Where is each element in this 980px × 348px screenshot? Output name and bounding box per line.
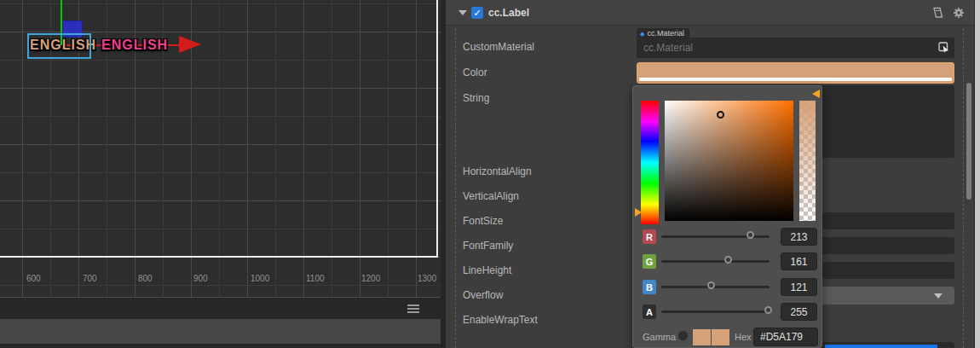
prop-label-line-height: LineHeight [463, 264, 511, 276]
ruler-tick: 1300 [418, 274, 436, 283]
a-slider-thumb[interactable] [764, 306, 772, 314]
settings-gear-icon[interactable] [953, 7, 965, 22]
color-field[interactable] [637, 62, 954, 84]
channel-row-b: B 121 [633, 280, 823, 298]
ruler-tick: 600 [26, 274, 41, 283]
sv-marker-icon[interactable] [717, 111, 724, 119]
scene-bottom-toolbar [0, 297, 441, 318]
ruler-tick: 1000 [251, 274, 269, 283]
selection-outline [27, 33, 91, 59]
ruler-tick: 1100 [306, 274, 325, 283]
custom-material-field[interactable]: cc.Material [637, 38, 954, 58]
scene-status-bar [0, 319, 441, 344]
b-value-box[interactable]: 121 [781, 278, 817, 296]
r-slider[interactable] [661, 235, 770, 238]
prop-label-vertical-align: VerticalAlign [463, 190, 519, 202]
alpha-marker-icon[interactable] [812, 90, 820, 98]
asset-diamond-icon: ◆ [640, 31, 644, 37]
inspector-scrollbar[interactable] [966, 83, 971, 200]
prop-label-color: Color [463, 67, 487, 78]
design-resolution-border-right [436, 0, 438, 257]
g-slider-thumb[interactable] [724, 256, 732, 264]
menu-icon[interactable] [407, 304, 419, 306]
a-badge: A [643, 304, 656, 319]
help-icon[interactable] [931, 7, 944, 22]
ruler-tick: 900 [193, 274, 208, 283]
ruler-tick: 800 [138, 274, 153, 283]
hue-marker-icon[interactable] [635, 208, 642, 217]
channel-row-g: G 161 [633, 254, 823, 272]
gizmo-x-arrow-icon[interactable] [179, 36, 201, 53]
prop-label-font-size: FontSize [463, 215, 503, 227]
indent-guide-right [963, 28, 964, 348]
hue-slider[interactable] [641, 101, 659, 224]
prop-label-overflow: Overflow [463, 289, 503, 301]
ruler-tick: 700 [83, 274, 97, 283]
prop-label-string: String [463, 92, 489, 104]
g-value-box[interactable]: 161 [781, 252, 817, 270]
prop-label-font-family: FontFamily [463, 240, 513, 252]
hex-label: Hex [735, 332, 752, 342]
scene-panel: 600 700 800 900 1000 1100 1200 1300 ENGL… [0, 0, 441, 348]
g-badge: G [643, 254, 656, 269]
component-header[interactable]: cc.Label [446, 0, 974, 26]
prop-label-enable-wrap-text: EnableWrapText [463, 314, 538, 326]
design-resolution-border-bottom [0, 256, 438, 258]
b-slider-thumb[interactable] [707, 281, 715, 289]
channel-row-a: A 255 [633, 304, 823, 322]
color-preview-swatch-2[interactable] [712, 329, 729, 345]
prop-label-custom-material: CustomMaterial [463, 41, 534, 53]
a-slider[interactable] [661, 310, 770, 313]
component-enabled-checkbox[interactable] [471, 7, 483, 19]
prop-label-horizontal-align: HorizontalAlign [463, 165, 532, 177]
b-slider[interactable] [661, 286, 770, 288]
scene-label-node-shadow[interactable]: ENGLISH [101, 38, 168, 53]
saturation-value-area[interactable] [665, 101, 793, 221]
color-picker-popup: R 213 G 161 B 121 A 255 Gamma Hex [632, 85, 822, 348]
color-preview-swatch[interactable] [693, 329, 711, 345]
component-title: cc.Label [488, 7, 529, 19]
g-slider[interactable] [661, 260, 770, 263]
a-value-box[interactable]: 255 [781, 303, 817, 321]
r-value-box[interactable]: 213 [781, 228, 817, 246]
indent-guide-left [455, 28, 456, 348]
alpha-slider[interactable] [799, 101, 816, 221]
r-slider-thumb[interactable] [747, 231, 754, 239]
gamma-label: Gamma [643, 332, 676, 342]
scene-bottom-edge [0, 344, 441, 348]
panel-splitter[interactable] [975, 0, 980, 348]
asset-picker-icon[interactable] [938, 42, 950, 57]
collapse-arrow-icon[interactable] [458, 10, 467, 15]
color-alpha-strip [639, 78, 952, 81]
ruler-tick: 1200 [361, 274, 380, 283]
focus-highlight [825, 345, 937, 348]
channel-row-r: R 213 [633, 229, 823, 247]
editor-root: 600 700 800 900 1000 1100 1200 1300 ENGL… [0, 0, 980, 348]
chevron-down-icon [934, 293, 943, 299]
hex-input[interactable] [753, 328, 818, 346]
gamma-toggle[interactable] [677, 330, 689, 341]
r-badge: R [643, 229, 656, 244]
b-badge: B [643, 280, 656, 294]
